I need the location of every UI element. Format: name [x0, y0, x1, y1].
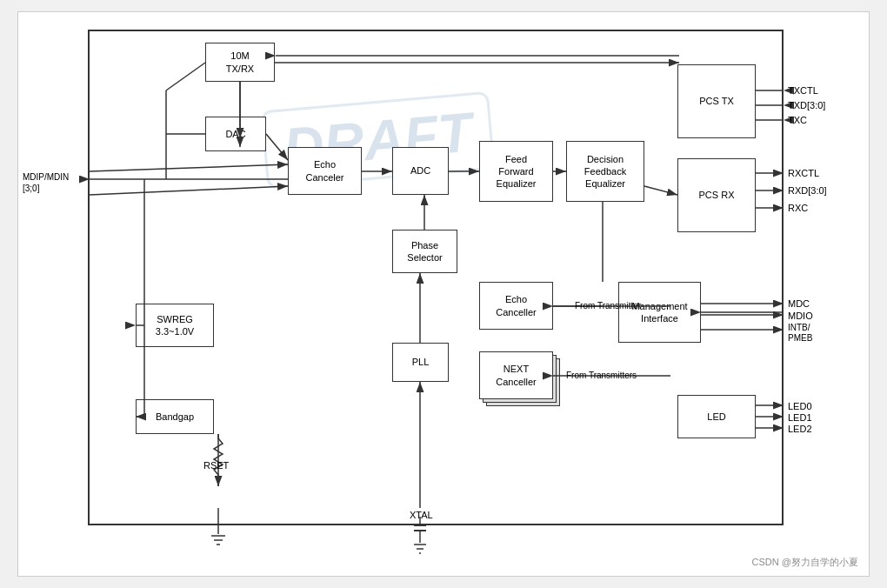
block-led: LED — [677, 395, 756, 438]
block-phase-selector: Phase Selector — [392, 230, 457, 273]
block-next-canceller: NEXT Canceller — [479, 351, 553, 399]
label-mdio: MDIO — [788, 311, 813, 321]
label-led2: LED2 — [788, 424, 812, 434]
block-bandgap: Bandgap — [136, 399, 214, 434]
block-feed-forward: Feed Forward Equalizer — [479, 141, 553, 202]
block-dac: DAC — [205, 117, 266, 151]
block-10m-txrx: 10M TX/RX — [205, 43, 275, 82]
label-from-transmitter: From Transmitter — [575, 301, 641, 311]
label-from-transmitters: From Transmitters — [566, 371, 637, 380]
block-pll: PLL — [392, 343, 449, 382]
label-mdc: MDC — [788, 298, 810, 309]
label-xtal: XTAL — [410, 510, 433, 520]
block-management-interface: Management Interface — [618, 282, 701, 343]
label-rxctl: RXCTL — [788, 168, 819, 178]
label-txc: TXC — [788, 115, 807, 125]
label-led1: LED1 — [788, 412, 812, 423]
csdn-label: CSDN @努力自学的小夏 — [752, 556, 858, 569]
block-decision-feedback: Decision Feedback Equalizer — [566, 141, 644, 202]
label-led0: LED0 — [788, 401, 812, 411]
block-pcs-tx: PCS TX — [677, 64, 756, 138]
block-swreg: SWREG 3.3~1.0V — [136, 304, 214, 347]
label-mdip-mdin: MDIP/MDIN [3;0] — [23, 171, 69, 194]
block-pcs-rx: PCS RX — [677, 158, 756, 232]
diagram-container: DRAFT 10M TX/RX DAC Echo Canceler ADC Fe… — [17, 11, 870, 577]
label-rset: RSET — [203, 460, 229, 471]
block-adc: ADC — [392, 147, 449, 195]
label-txd: TXD[3:0] — [788, 100, 825, 110]
label-intb-pmeb: INTB/ PMEB — [788, 323, 812, 344]
label-txctl: TXCTL — [788, 85, 818, 96]
label-rxc: RXC — [788, 203, 808, 213]
block-echo-canceller2: Echo Canceller — [479, 282, 553, 330]
block-echo-canceler: Echo Canceler — [288, 147, 362, 195]
label-rxd: RXD[3:0] — [788, 185, 827, 196]
